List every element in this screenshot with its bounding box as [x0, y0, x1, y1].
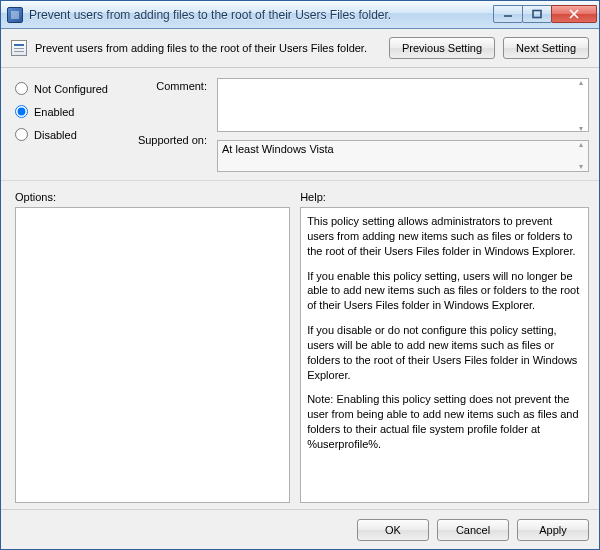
radio-enabled-label: Enabled	[34, 106, 74, 118]
radio-enabled-input[interactable]	[15, 105, 28, 118]
lower-panes: Options: Help: This policy setting allow…	[1, 181, 599, 509]
comment-wrap: ▴▾	[217, 78, 589, 134]
header-row: Prevent users from adding files to the r…	[1, 29, 599, 67]
cancel-button[interactable]: Cancel	[437, 519, 509, 541]
close-button[interactable]	[551, 5, 597, 23]
help-paragraph: If you disable or do not configure this …	[307, 323, 582, 382]
options-pane: Options:	[15, 191, 290, 503]
minimize-icon	[503, 9, 513, 19]
radio-not-configured-input[interactable]	[15, 82, 28, 95]
help-paragraph: This policy setting allows administrator…	[307, 214, 582, 259]
dialog-window: Prevent users from adding files to the r…	[0, 0, 600, 550]
close-icon	[569, 9, 579, 19]
titlebar: Prevent users from adding files to the r…	[1, 1, 599, 29]
config-section: Not Configured Enabled Disabled Comment:…	[1, 68, 599, 181]
ok-button[interactable]: OK	[357, 519, 429, 541]
help-label: Help:	[300, 191, 589, 203]
state-radio-group: Not Configured Enabled Disabled	[15, 78, 125, 172]
field-labels: Comment: Supported on:	[135, 78, 207, 172]
supported-wrap: At least Windows Vista ▴▾	[217, 140, 589, 172]
minimize-button[interactable]	[493, 5, 523, 23]
radio-disabled[interactable]: Disabled	[15, 128, 125, 141]
footer: OK Cancel Apply	[1, 509, 599, 549]
help-paragraph: Note: Enabling this policy setting does …	[307, 392, 582, 451]
window-controls	[494, 6, 597, 24]
supported-on-label: Supported on:	[135, 134, 207, 146]
maximize-icon	[532, 9, 542, 19]
radio-disabled-label: Disabled	[34, 129, 77, 141]
policy-icon	[11, 40, 27, 56]
field-values: ▴▾ At least Windows Vista ▴▾	[217, 78, 589, 172]
radio-not-configured-label: Not Configured	[34, 83, 108, 95]
options-box[interactable]	[15, 207, 290, 503]
options-label: Options:	[15, 191, 290, 203]
comment-label: Comment:	[135, 80, 207, 92]
comment-textarea[interactable]	[217, 78, 589, 132]
next-setting-button[interactable]: Next Setting	[503, 37, 589, 59]
previous-setting-button[interactable]: Previous Setting	[389, 37, 495, 59]
maximize-button[interactable]	[522, 5, 552, 23]
apply-button[interactable]: Apply	[517, 519, 589, 541]
radio-disabled-input[interactable]	[15, 128, 28, 141]
policy-title: Prevent users from adding files to the r…	[35, 42, 381, 54]
radio-enabled[interactable]: Enabled	[15, 105, 125, 118]
supported-on-value: At least Windows Vista	[217, 140, 589, 172]
help-pane: Help: This policy setting allows adminis…	[300, 191, 589, 503]
help-box[interactable]: This policy setting allows administrator…	[300, 207, 589, 503]
help-paragraph: If you enable this policy setting, users…	[307, 269, 582, 314]
app-icon	[7, 7, 23, 23]
window-title: Prevent users from adding files to the r…	[29, 8, 494, 22]
svg-rect-1	[533, 10, 541, 17]
radio-not-configured[interactable]: Not Configured	[15, 82, 125, 95]
